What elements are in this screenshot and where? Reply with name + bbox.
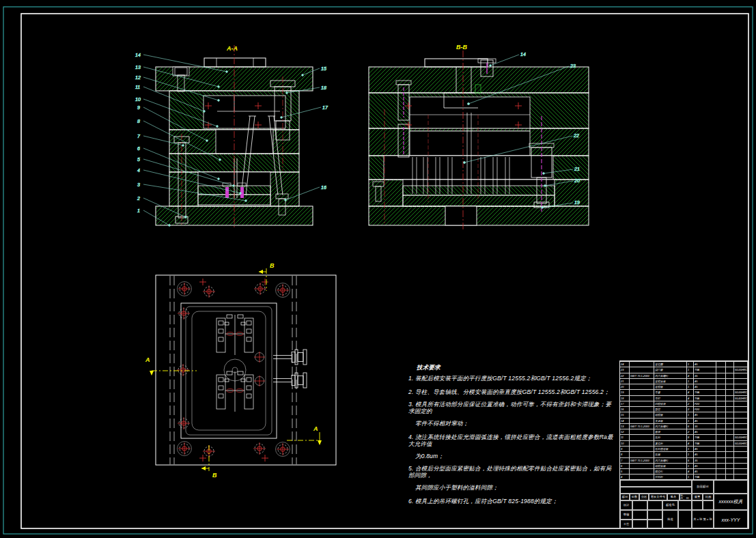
cut-label-a-left: A: [145, 356, 150, 363]
table-row: 11 推杆 8 T8A 50-55HRC: [620, 434, 748, 440]
bom-cell-name: 内六角螺钉: [654, 458, 687, 463]
bom-cell-remark: [734, 401, 748, 406]
bom-cell-material: 35: [694, 458, 716, 463]
bom-cell-unit-wt: [716, 435, 726, 440]
bom-cell-qty: 1: [687, 384, 694, 389]
bom-cell-code: [630, 407, 654, 412]
bom-cell-material: T8A: [694, 390, 716, 395]
bom-cell-unit-wt: [716, 412, 726, 417]
balloon-2: 2: [137, 196, 140, 201]
bom-cell-name: 动模板: [654, 412, 687, 417]
balloon-22: 22: [573, 133, 579, 138]
bom-cell-code: GB/T 70.1-2000: [630, 458, 654, 463]
label-weight: 重量: [692, 494, 703, 500]
bom-cell-material: 45: [694, 464, 716, 468]
bom-cell-material: 45: [694, 419, 716, 423]
bom-cell-material: P20: [694, 407, 716, 412]
bom-cell-name: 内六角螺钉: [654, 424, 687, 429]
bom-cell-code: [630, 464, 654, 468]
note-line: 1. 装配后模安装平面的平行度按GB/T 12555.2和GB/T 12556.…: [408, 375, 615, 382]
bom-cell-material: T8A: [694, 367, 716, 372]
balloon-18: 18: [321, 85, 326, 90]
bom-cell-unit-wt: [716, 429, 726, 434]
bom-cell-qty: 1: [687, 379, 694, 384]
note-line: 2. 导柱、导套轴线、分模安装面的垂直度按GB/T 12555.2和GB/T 1…: [408, 388, 615, 395]
bom-cell-remark: [734, 412, 748, 417]
bom-cell-qty: 2: [687, 401, 694, 406]
plan-view: B B A A: [145, 262, 336, 479]
bom-cell-material: 45: [694, 379, 716, 384]
balloon-19: 19: [574, 200, 580, 205]
bom-cell-unit-wt: [716, 464, 726, 468]
bom-cell-remark: [734, 373, 748, 378]
bom-cell-qty: 6: [687, 424, 694, 429]
bom-cell-total-wt: [726, 458, 734, 463]
bom-cell-code: GB/T 70.1-2000: [630, 373, 654, 378]
table-row: 7 GB/T 70.1-2000 内六角螺钉 6 35: [620, 457, 748, 463]
table-row: 14 支承板 1 45: [620, 418, 748, 423]
bom-cell-name: 推杆: [654, 435, 687, 440]
bom-cell-unit-wt: [716, 441, 726, 446]
bom-cell-qty: 4: [687, 469, 694, 474]
bom-cell-no: 8: [620, 452, 630, 457]
balloon-15: 15: [321, 66, 326, 71]
balloon-17: 17: [322, 105, 328, 110]
section-view-bb: B-B: [369, 44, 589, 229]
table-row: 23 浇口套 1 T8A 50-55HRC: [620, 367, 748, 372]
bom-cell-no: 5: [620, 469, 630, 474]
bom-cell-remark: [734, 452, 748, 457]
balloon-11: 11: [135, 85, 140, 89]
bom-cell-qty: 1: [687, 447, 694, 451]
bom-cell-no: 22: [620, 373, 630, 378]
bom-cell-unit-wt: [716, 362, 726, 367]
bom-cell-total-wt: [726, 367, 734, 372]
bom-cell-unit-wt: [716, 396, 726, 401]
bom-cell-material: T8A: [694, 435, 716, 440]
bom-cell-remark: [734, 384, 748, 389]
balloon-10: 10: [135, 97, 141, 102]
bom-cell-remark: [734, 447, 748, 451]
bom-cell-code: [630, 412, 654, 417]
bom-cell-total-wt: [726, 424, 734, 429]
bom-cell-qty: 1: [687, 452, 694, 457]
bom-cell-code: [630, 367, 654, 372]
bom-cell-name: 动模座板: [654, 464, 687, 468]
balloon-bb-14: 14: [520, 52, 526, 57]
bom-cell-remark: [734, 464, 748, 468]
note-line: 5. 合模后分型面应紧密贴合，处理特殊的相配零件贴合处应紧密贴合，如有局部间隙，: [408, 465, 615, 479]
bom-cell-code: GB/T 70.1-2000: [630, 424, 654, 429]
note-line: 零件不得相对窜动；: [415, 420, 615, 427]
table-row: 20 定模板 1 45: [620, 384, 748, 389]
section-view-aa: A-A: [156, 45, 313, 229]
balloon-12: 12: [135, 75, 141, 80]
bom-cell-unit-wt: [716, 458, 726, 463]
bom-cell-remark: 50-55HRC: [734, 435, 748, 440]
bom-cell-no: 11: [620, 435, 630, 440]
cut-label-b-bottom: B: [212, 472, 217, 479]
label-standard: 标准化: [662, 500, 678, 510]
bom-cell-code: [630, 401, 654, 406]
label-check: 审核: [620, 510, 632, 520]
label-mark: 标记: [620, 494, 630, 500]
bom-cell-material: T8A: [694, 396, 716, 401]
bom-cell-no: 21: [620, 379, 630, 384]
bom-cell-total-wt: [726, 379, 734, 384]
bom-cell-name: 支承板: [654, 419, 687, 423]
bom-cell-no: 17: [620, 401, 630, 406]
table-row: 15 动模板 1 45: [620, 412, 748, 417]
bom-cell-code: [630, 447, 654, 451]
bom-cell-remark: [734, 429, 748, 434]
bom-cell-remark: [734, 419, 748, 423]
bom-cell-name: 垫块: [654, 429, 687, 434]
drawing-title: xxxxxx模具: [714, 494, 748, 510]
bom-cell-unit-wt: [716, 367, 726, 372]
bom-cell-no: 15: [620, 412, 630, 417]
note-line: 其间隙应小于塑料的溢料间隙；: [415, 484, 615, 491]
bom-cell-total-wt: [726, 373, 734, 378]
label-process: 工艺: [620, 520, 632, 529]
bom-cell-no: 12: [620, 429, 630, 434]
note-line: 4. 浇注系统转接处应光滑圆弧连接，镶拼处应密合，流道表面粗糙度参数Ra最大允许…: [408, 434, 615, 447]
label-doc: 更改文件号: [649, 494, 667, 500]
balloon-13: 13: [135, 65, 141, 70]
cut-label-b-top: B: [270, 262, 275, 269]
